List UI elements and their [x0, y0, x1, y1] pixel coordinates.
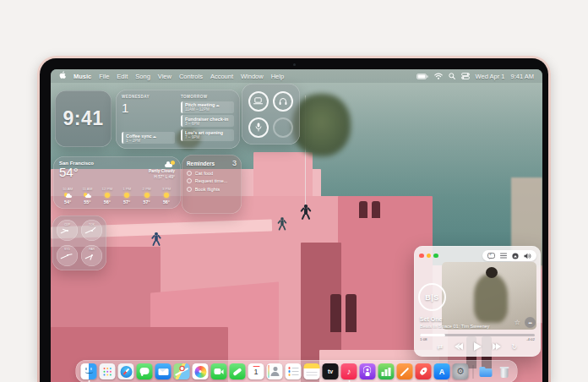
calendar-tomorrow-label: TOMORROW: [181, 95, 234, 99]
album-logo: B|S: [418, 283, 446, 311]
menubar-date[interactable]: Wed Apr 1: [476, 73, 505, 80]
dock-icon-trash[interactable]: [497, 363, 513, 379]
microphone-icon: [255, 123, 262, 132]
dock-icon-tv[interactable]: tv: [323, 363, 339, 379]
weather-hour: 10 AM54°: [59, 187, 76, 205]
dock-icon-maps[interactable]: [174, 363, 190, 379]
reminder-checkbox[interactable]: [187, 171, 192, 176]
microphone-button[interactable]: [248, 117, 269, 138]
reminder-item: Book flights: [187, 187, 237, 192]
dock-icon-safari[interactable]: [118, 363, 134, 379]
weather-temperature: 54°: [59, 166, 94, 180]
star-icon[interactable]: ☆: [514, 319, 520, 326]
marketing-canvas: Music File Edit Song View Controls Accou…: [0, 0, 588, 382]
person-silhouette: [278, 217, 286, 230]
dock-icon-calendar[interactable]: 1: [248, 363, 264, 379]
dock-icon-photos[interactable]: [193, 363, 209, 379]
display-bezel: Music File Edit Song View Controls Accou…: [40, 58, 548, 382]
queue-icon[interactable]: [500, 253, 507, 259]
menu-window[interactable]: Window: [241, 73, 264, 80]
menu-edit[interactable]: Edit: [117, 73, 128, 80]
volume-icon[interactable]: [524, 253, 531, 259]
reminder-item: Request time...: [187, 178, 237, 183]
clock-widget[interactable]: 9:41: [55, 90, 112, 147]
reminder-item: Cat food: [187, 171, 237, 176]
dock-icon-finder[interactable]: [81, 363, 97, 379]
dock-icon-downloads-folder[interactable]: [478, 363, 494, 379]
laptop-device-frame: Music File Edit Song View Controls Accou…: [37, 56, 551, 382]
dock-icon-app-store[interactable]: A: [434, 363, 450, 379]
weather-hour: 12 PM56°: [99, 187, 116, 205]
partly-cloudy-icon: [64, 193, 72, 198]
dock-icon-podcasts[interactable]: [360, 363, 376, 379]
world-clock-widget[interactable]: CUP TOK SYD PAR: [52, 216, 106, 270]
menu-controls[interactable]: Controls: [179, 73, 203, 80]
weather-widget[interactable]: San Francisco 54° Partly Cloudy H:57° L:…: [53, 156, 181, 209]
dock-icon-facetime[interactable]: [211, 363, 227, 379]
more-button[interactable]: •••: [525, 317, 536, 328]
clock-paris: PAR: [81, 245, 102, 266]
progress-bar[interactable]: [420, 334, 535, 336]
dock-icon-phone[interactable]: [230, 363, 246, 379]
dock-icon-numbers[interactable]: [378, 363, 395, 379]
dock-icon-reminders[interactable]: [286, 363, 302, 379]
dock: 1 tv A: [76, 360, 518, 382]
display-mirroring-button[interactable]: [248, 91, 269, 112]
sun-icon: [105, 193, 110, 198]
dock-icon-contacts[interactable]: [267, 363, 283, 379]
minimize-button[interactable]: [427, 254, 432, 259]
previous-button[interactable]: [455, 343, 463, 350]
calendar-event[interactable]: Coffee sync☁ 1 – 2PM: [122, 132, 175, 144]
calendar-event[interactable]: Fundraiser check-in 3 – 6PM: [181, 115, 234, 127]
weather-hour: 3 PM56°: [158, 187, 175, 205]
shuffle-button[interactable]: ⇄: [438, 343, 444, 351]
menu-music[interactable]: Music: [74, 73, 91, 80]
menu-help[interactable]: Help: [271, 73, 284, 80]
clock-cupertino: CUP: [57, 220, 78, 241]
airplay-icon[interactable]: [512, 253, 519, 259]
reminders-widget[interactable]: Reminders 3 Cat food Request time... Boo…: [182, 155, 242, 214]
dock-icon-notes[interactable]: [304, 363, 320, 379]
controls-panel: [242, 84, 300, 145]
reminder-checkbox[interactable]: [187, 187, 192, 192]
lyrics-icon[interactable]: “: [487, 253, 495, 259]
menu-bar: Music File Edit Song View Controls Accou…: [51, 69, 542, 83]
weather-hour: 2 PM57°: [139, 187, 155, 205]
menu-song[interactable]: Song: [135, 73, 150, 80]
calendar-event[interactable]: Pitch meeting☁ 11AM – 12PM: [181, 101, 234, 113]
track-subtitle: Beats In Space 01: Tim Sweeney: [420, 324, 511, 329]
weather-condition: Partly Cloudy: [149, 168, 175, 174]
headphones-button[interactable]: [273, 91, 293, 112]
apple-menu[interactable]: [59, 71, 66, 81]
next-button[interactable]: [493, 343, 501, 350]
battery-icon[interactable]: [416, 74, 428, 79]
play-button[interactable]: [474, 342, 482, 351]
menu-view[interactable]: View: [158, 73, 172, 80]
repeat-button[interactable]: ↻: [512, 343, 518, 351]
partly-cloudy-icon: [84, 193, 91, 198]
search-icon[interactable]: [449, 73, 455, 79]
partly-cloudy-icon: [165, 161, 175, 167]
laptop-icon: [253, 97, 263, 105]
dock-icon-rocket-app[interactable]: [416, 363, 432, 379]
zoom-button[interactable]: [433, 254, 438, 259]
dock-icon-messages[interactable]: [137, 363, 153, 379]
calendar-widget[interactable]: WEDNESDAY 1 Coffee sync☁ 1 – 2PM TOMORRO…: [116, 90, 240, 149]
tree: [292, 94, 351, 156]
weather-high-low: H:57° L:49°: [149, 174, 175, 180]
menu-account[interactable]: Account: [210, 73, 233, 80]
calendar-event[interactable]: Lou's art opening 7 – 9PM: [181, 129, 234, 141]
empty-ring-button[interactable]: [273, 117, 293, 138]
close-button[interactable]: [419, 254, 424, 259]
reminder-checkbox[interactable]: [187, 178, 192, 183]
camera-dot: [293, 63, 296, 66]
menu-file[interactable]: File: [99, 73, 109, 80]
dock-icon-pages[interactable]: [397, 363, 413, 379]
dock-icon-music[interactable]: [341, 363, 357, 379]
wifi-icon[interactable]: [434, 73, 443, 79]
dock-icon-settings[interactable]: [453, 363, 469, 379]
dock-icon-mail[interactable]: [155, 363, 172, 379]
dock-icon-launchpad[interactable]: [100, 363, 116, 379]
menubar-time[interactable]: 9:41 AM: [510, 73, 534, 80]
control-center-icon[interactable]: [461, 73, 470, 79]
